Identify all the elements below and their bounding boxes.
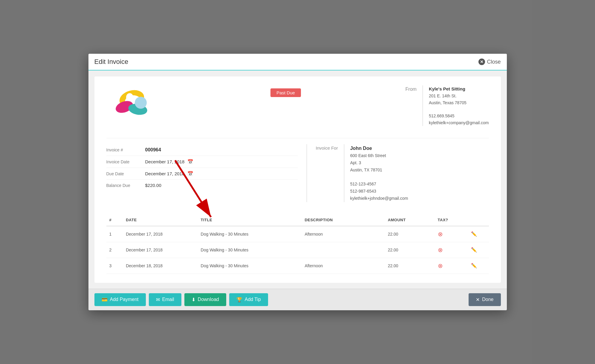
invoice-date-calendar-icon[interactable]: 📅 — [187, 159, 193, 165]
row-3-amount: 22.00 — [385, 258, 435, 274]
from-phone: 512.669.5845 — [429, 113, 489, 119]
add-payment-button[interactable]: 💳 Add Payment — [94, 293, 146, 306]
line-items-section: # DATE TITLE DESCRIPTION AMOUNT TAX? — [106, 214, 489, 274]
client-address2: Apt. 3 — [350, 159, 408, 167]
invoice-for-section: Invoice For John Doe 600 East 6th Street… — [316, 144, 489, 202]
client-name: John Doe — [350, 144, 408, 152]
row-1-date: December 17, 2018 — [123, 226, 198, 242]
past-due-badge: Past Due — [270, 88, 301, 97]
table-row: 1 December 17, 2018 Dog Walking - 30 Min… — [106, 226, 489, 242]
row-3-date: December 18, 2018 — [123, 258, 198, 274]
company-name: Kyle's Pet Sitting — [429, 85, 489, 93]
table-header: # DATE TITLE DESCRIPTION AMOUNT TAX? — [106, 214, 489, 226]
close-label: Close — [487, 59, 501, 65]
tax-no-icon: ⊗ — [438, 262, 443, 269]
invoice-for-label: Invoice For — [316, 144, 338, 150]
client-email: kylethielk+johndoe@gmail.com — [350, 195, 408, 202]
invoice-date-label: Invoice Date — [106, 159, 145, 164]
add-tip-icon: 🏆 — [236, 297, 242, 302]
invoice-date-value: December 17, 2018 — [145, 159, 185, 164]
edit-icon[interactable]: ✏️ — [471, 231, 477, 236]
add-tip-button[interactable]: 🏆 Add Tip — [229, 293, 268, 306]
col-header-tax: TAX? — [435, 214, 468, 226]
row-3-description: Afternoon — [302, 258, 385, 274]
table-body: 1 December 17, 2018 Dog Walking - 30 Min… — [106, 226, 489, 274]
close-button[interactable]: ✕ Close — [478, 59, 501, 65]
close-circle-icon: ✕ — [478, 59, 485, 65]
modal-header: Edit Invoice ✕ Close — [88, 54, 507, 70]
invoice-for-details: John Doe 600 East 6th Street Apt. 3 Aust… — [350, 144, 408, 202]
client-address3: Austin, TX 78701 — [350, 167, 408, 174]
due-date-value-area: December 17, 2018 📅 — [145, 171, 194, 176]
invoice-number-value: 000964 — [145, 147, 161, 153]
table-row: 3 December 18, 2018 Dog Walking - 30 Min… — [106, 258, 489, 274]
client-phone1: 512-123-4567 — [350, 181, 408, 188]
edit-icon[interactable]: ✏️ — [471, 247, 477, 252]
row-1-description: Afternoon — [302, 226, 385, 242]
done-button[interactable]: ✕ Done — [469, 293, 501, 306]
add-payment-label: Add Payment — [110, 297, 139, 302]
col-header-num: # — [106, 214, 123, 226]
done-icon: ✕ — [476, 297, 480, 302]
row-3-title: Dog Walking - 30 Minutes — [198, 258, 302, 274]
from-address1: 201 E. 14th St. — [429, 93, 489, 99]
from-address2: Austin, Texas 78705 — [429, 99, 489, 106]
modal-body: Past Due From Kyle's Pet Sitting 201 E. … — [88, 70, 507, 289]
download-button[interactable]: ⬇ Download — [184, 293, 226, 306]
due-date-label: Due Date — [106, 171, 145, 176]
from-divider — [423, 85, 423, 126]
row-2-edit[interactable]: ✏️ — [468, 242, 489, 258]
from-details: Kyle's Pet Sitting 201 E. 14th St. Austi… — [429, 85, 489, 126]
invoice-for-divider — [344, 144, 344, 202]
tax-no-icon: ⊗ — [438, 231, 443, 237]
row-3-edit[interactable]: ✏️ — [468, 258, 489, 274]
col-header-date: DATE — [123, 214, 198, 226]
row-2-date: December 17, 2018 — [123, 242, 198, 258]
row-2-num: 2 — [106, 242, 123, 258]
modal-overlay: Edit Invoice ✕ Close — [0, 0, 595, 364]
invoice-date-row: Invoice Date December 17, 2018 📅 — [106, 156, 298, 168]
svg-point-5 — [135, 97, 147, 109]
add-payment-icon: 💳 — [102, 297, 108, 302]
invoice-number-value-area: 000964 — [145, 147, 161, 153]
balance-due-value: $220.00 — [145, 183, 161, 188]
row-3-num: 3 — [106, 258, 123, 274]
col-header-actions — [468, 214, 489, 226]
done-label: Done — [482, 297, 493, 302]
balance-due-label: Balance Due — [106, 183, 145, 188]
row-1-title: Dog Walking - 30 Minutes — [198, 226, 302, 242]
invoice-top: Past Due From Kyle's Pet Sitting 201 E. … — [106, 85, 489, 126]
row-2-tax: ⊗ — [435, 242, 468, 258]
email-label: Email — [162, 297, 174, 302]
row-2-description — [302, 242, 385, 258]
balance-due-value-area: $220.00 — [145, 183, 161, 188]
client-phone2: 512-987-6543 — [350, 188, 408, 195]
row-1-tax: ⊗ — [435, 226, 468, 242]
from-email: kylethielk+company@gmail.com — [429, 119, 489, 126]
row-2-amount: 22.00 — [385, 242, 435, 258]
add-tip-label: Add Tip — [245, 297, 261, 302]
from-section: From Kyle's Pet Sitting 201 E. 14th St. … — [406, 85, 489, 126]
past-due-center: Past Due — [166, 85, 406, 97]
balance-due-row: Balance Due $220.00 — [106, 180, 298, 191]
client-address1: 600 East 6th Street — [350, 152, 408, 159]
row-3-tax: ⊗ — [435, 258, 468, 274]
due-date-value: December 17, 2018 — [145, 171, 185, 176]
invoice-number-label: Invoice # — [106, 148, 145, 152]
edit-icon[interactable]: ✏️ — [471, 263, 477, 268]
modal-title: Edit Invoice — [94, 58, 129, 66]
invoice-number-row: Invoice # 000964 — [106, 144, 298, 156]
modal-footer: 💳 Add Payment ✉ Email ⬇ Download 🏆 Add T… — [88, 289, 507, 310]
svg-point-2 — [126, 93, 133, 102]
table-row: 2 December 17, 2018 Dog Walking - 30 Min… — [106, 242, 489, 258]
invoice-card: Past Due From Kyle's Pet Sitting 201 E. … — [94, 76, 501, 283]
row-1-amount: 22.00 — [385, 226, 435, 242]
download-icon: ⬇ — [192, 297, 195, 302]
invoice-date-value-area: December 17, 2018 📅 — [145, 159, 194, 165]
invoice-meta: Invoice # 000964 Invoice Date December 1… — [106, 138, 489, 202]
row-1-edit[interactable]: ✏️ — [468, 226, 489, 242]
due-date-calendar-icon[interactable]: 📅 — [187, 171, 193, 176]
email-button[interactable]: ✉ Email — [149, 293, 181, 306]
meta-left: Invoice # 000964 Invoice Date December 1… — [106, 144, 298, 191]
col-header-title: TITLE — [198, 214, 302, 226]
